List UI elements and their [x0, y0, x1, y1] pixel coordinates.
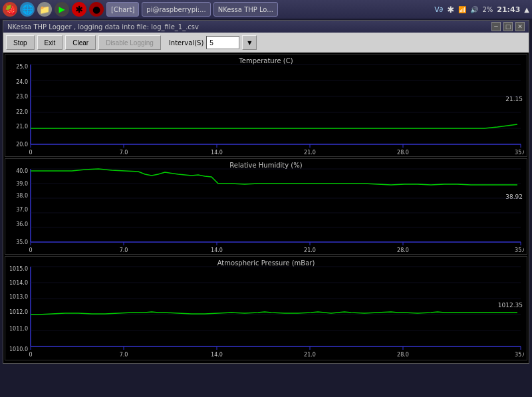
clock: 21:43 [497, 5, 520, 14]
pressure-svg: 0 7.0 14.0 21.0 28.0 35.0 [5, 257, 524, 361]
humidity-svg: 0 7.0 14.0 21.0 28.0 35.0 [5, 159, 524, 255]
svg-text:21.0: 21.0 [304, 150, 316, 156]
svg-text:21.0: 21.0 [304, 247, 316, 253]
temperature-svg: 0 7.0 14.0 21.0 28.0 35.0 [5, 55, 524, 158]
svg-text:14.0: 14.0 [211, 352, 223, 358]
svg-text:28.0: 28.0 [397, 150, 409, 156]
maximize-button[interactable]: □ [503, 22, 513, 31]
svg-text:7.0: 7.0 [120, 247, 128, 253]
wifi-icon: 📶 [458, 6, 466, 13]
taskbar: 🍓 🌐 📁 ▶ ✱ ● [Chart] pi@raspberrypi:... N… [0, 0, 532, 19]
title-bar-controls: ─ □ ✕ [491, 22, 525, 31]
svg-text:35.0: 35.0 [515, 247, 524, 253]
pressure-chart: Atmospheric Pressure (mBar) 1012.35 1015… [5, 256, 527, 360]
raspberry-icon[interactable]: 🍓 [3, 2, 17, 17]
window-chart[interactable]: [Chart] [106, 2, 139, 17]
terminal-icon[interactable]: ▶ [55, 2, 69, 17]
clear-button[interactable]: Clear [65, 35, 96, 50]
vc-icon: V∂ [434, 5, 443, 14]
app-title: NKessa THP Logger , logging data into fi… [7, 23, 199, 31]
interval-label: Interval(S) [169, 39, 203, 47]
svg-text:7.0: 7.0 [120, 352, 128, 358]
window-terminal-label: pi@raspberrypi:... [146, 6, 205, 13]
exit-button[interactable]: Exit [37, 35, 63, 50]
svg-text:28.0: 28.0 [397, 247, 409, 253]
folder-icon[interactable]: 📁 [37, 2, 52, 17]
stop-button[interactable]: Stop [6, 35, 35, 50]
svg-text:0: 0 [29, 247, 32, 253]
battery-level: 2% [482, 6, 493, 13]
svg-text:28.0: 28.0 [397, 352, 409, 358]
svg-text:35.0: 35.0 [515, 150, 524, 156]
volume-icon: 🔊 [470, 6, 478, 13]
taskbar-right: V∂ ✱ 📶 🔊 2% 21:43 ▲ [434, 5, 529, 15]
globe-icon[interactable]: 🌐 [20, 2, 35, 17]
toolbar: Stop Exit Clear Disable Logging Interval… [3, 33, 529, 53]
close-button[interactable]: ✕ [515, 22, 525, 31]
window-chart-label: [Chart] [111, 6, 134, 13]
app-window: NKessa THP Logger , logging data into fi… [3, 20, 529, 364]
redcircle-icon[interactable]: ● [89, 2, 104, 17]
svg-text:0: 0 [29, 150, 32, 156]
interval-input[interactable] [206, 36, 239, 49]
title-bar: NKessa THP Logger , logging data into fi… [3, 21, 529, 33]
bluetooth-icon: ✱ [448, 5, 455, 15]
minimize-button[interactable]: ─ [491, 22, 501, 31]
humidity-chart: Relative Humidity (%) 38.92 40.0 39.0 38… [5, 158, 527, 255]
svg-text:14.0: 14.0 [211, 247, 223, 253]
disable-logging-button[interactable]: Disable Logging [98, 35, 161, 50]
interval-down-button[interactable]: ▼ [242, 35, 257, 50]
svg-text:0: 0 [29, 352, 32, 358]
redstar-icon[interactable]: ✱ [72, 2, 86, 17]
svg-text:35.0: 35.0 [515, 352, 524, 358]
svg-text:7.0: 7.0 [120, 150, 128, 156]
window-logger-label: NKessa THP Lo... [218, 6, 273, 13]
charts-area: Temperature (C) 21.15 25.0 24.0 23.0 22.… [3, 53, 529, 363]
svg-text:14.0: 14.0 [211, 150, 223, 156]
svg-text:21.0: 21.0 [304, 352, 316, 358]
window-logger[interactable]: NKessa THP Lo... [213, 2, 278, 17]
alert-icon: ▲ [524, 6, 529, 13]
temperature-chart: Temperature (C) 21.15 25.0 24.0 23.0 22.… [5, 54, 527, 157]
window-terminal[interactable]: pi@raspberrypi:... [142, 2, 210, 17]
